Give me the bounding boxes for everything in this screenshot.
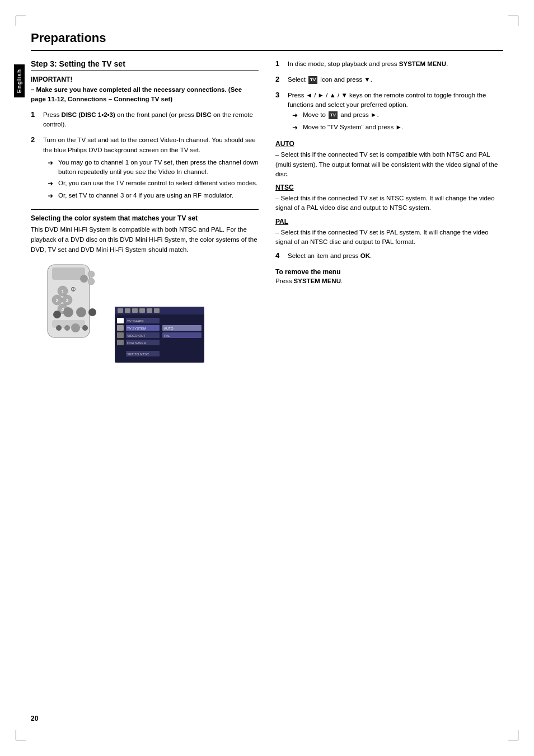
arrow-icon-2: ➜ xyxy=(48,179,55,189)
step-1-text: Press DISC (DISC 1•2•3) on the front pan… xyxy=(43,110,259,130)
svg-point-13 xyxy=(53,311,61,318)
svg-rect-26 xyxy=(125,308,130,313)
corner-tr xyxy=(508,16,518,26)
step-2-text: Turn on the TV set and set to the correc… xyxy=(43,135,259,203)
svg-text:TV SYSTEM: TV SYSTEM xyxy=(127,327,146,330)
tv-icon-2: TV xyxy=(329,111,338,119)
r-arrow-icon-1: ➜ xyxy=(292,110,300,121)
svg-rect-34 xyxy=(117,340,124,345)
svg-text:VIDEO OUT: VIDEO OUT xyxy=(127,334,146,337)
remove-menu-text: Press SYSTEM MENU. xyxy=(275,278,503,284)
sub-section-text: This DVD Mini Hi-Fi System is compatible… xyxy=(31,225,259,255)
svg-rect-30 xyxy=(154,308,160,313)
svg-text:PAL: PAL xyxy=(164,334,171,337)
r-step-3-text: Press ◄ / ► / ▲ / ▼ keys on the remote c… xyxy=(288,91,503,135)
svg-text:SET TO NTSC: SET TO NTSC xyxy=(127,353,149,356)
r-step-3-arrow-1: ➜ Move to TV and press ►. xyxy=(292,110,503,121)
r-step-3-num: 3 xyxy=(275,91,285,99)
svg-rect-32 xyxy=(117,325,124,331)
corner-br xyxy=(508,730,518,740)
step-2-arrow-1: ➜ You may go to channel 1 on your TV set… xyxy=(48,158,259,177)
remote-control-image: 1 2 3 4 xyxy=(31,262,109,373)
step-1-num: 1 xyxy=(31,110,41,119)
svg-point-10 xyxy=(80,275,88,283)
auto-heading: AUTO xyxy=(275,140,503,148)
important-text: – Make sure you have completed all the n… xyxy=(31,85,259,105)
screen-display: TV SHAPE TV SYSTEM VIDEO OUT DDA SAVER S… xyxy=(115,284,259,373)
svg-point-12 xyxy=(88,278,95,285)
svg-point-11 xyxy=(88,271,95,278)
ntsc-heading: NTSC xyxy=(275,184,503,191)
section-divider xyxy=(31,209,259,210)
svg-text:TV SHAPE: TV SHAPE xyxy=(127,320,144,323)
svg-point-14 xyxy=(63,307,73,317)
svg-point-21 xyxy=(82,325,88,331)
remove-menu-heading: To remove the menu xyxy=(275,268,503,276)
svg-text:1: 1 xyxy=(61,289,64,294)
svg-point-19 xyxy=(64,325,70,331)
svg-text:DDA SAVER: DDA SAVER xyxy=(127,341,147,345)
svg-point-15 xyxy=(76,307,86,317)
svg-text:3: 3 xyxy=(65,298,68,303)
ntsc-text: – Select this if the connected TV set is… xyxy=(275,194,503,213)
remote-image-area: 1 2 3 4 xyxy=(31,262,259,373)
r-arrow-icon-2: ➜ xyxy=(292,123,300,133)
r-step-3: 3 Press ◄ / ► / ▲ / ▼ keys on the remote… xyxy=(275,91,503,135)
page-title: Preparations xyxy=(31,31,503,51)
svg-rect-33 xyxy=(117,332,124,338)
r-step-4: 4 Select an item and press OK. xyxy=(275,251,503,261)
step-2-num: 2 xyxy=(31,135,41,144)
arrow-icon-3: ➜ xyxy=(48,191,55,201)
pal-heading: PAL xyxy=(275,218,503,226)
left-column: Step 3: Setting the TV set IMPORTANT! – … xyxy=(31,59,259,373)
step-2-arrow-2: ➜ Or, you can use the TV remote control … xyxy=(48,179,259,189)
english-tab: English xyxy=(14,64,25,97)
svg-rect-28 xyxy=(139,308,145,313)
r-step-4-num: 4 xyxy=(275,251,285,260)
arrow-icon-1: ➜ xyxy=(48,158,55,168)
two-column-layout: Step 3: Setting the TV set IMPORTANT! – … xyxy=(31,59,503,373)
step-1: 1 Press DISC (DISC 1•2•3) on the front p… xyxy=(31,110,259,130)
r-step-2-num: 2 xyxy=(275,75,285,83)
right-column: 1 In disc mode, stop playback and press … xyxy=(275,59,503,373)
page-number: 20 xyxy=(31,715,38,722)
svg-rect-29 xyxy=(147,308,152,313)
svg-rect-27 xyxy=(132,308,138,313)
auto-text: – Select this if the connected TV set is… xyxy=(275,150,503,179)
svg-rect-31 xyxy=(117,318,124,323)
important-label: IMPORTANT! xyxy=(31,76,259,83)
r-step-2-text: Select TV icon and press ▼. xyxy=(288,75,372,85)
r-step-4-text: Select an item and press OK. xyxy=(288,251,372,261)
svg-rect-25 xyxy=(118,308,123,313)
svg-point-20 xyxy=(71,323,80,332)
svg-text:➀: ➀ xyxy=(71,287,76,292)
svg-text:2: 2 xyxy=(55,298,58,303)
svg-text:AUTO: AUTO xyxy=(164,327,174,330)
svg-point-16 xyxy=(88,308,96,316)
step-2: 2 Turn on the TV set and set to the corr… xyxy=(31,135,259,203)
r-step-3-arrow-2: ➜ Move to "TV System" and press ►. xyxy=(292,123,503,133)
r-step-1-text: In disc mode, stop playback and press SY… xyxy=(288,59,448,69)
tv-icon: TV xyxy=(308,76,317,84)
step-heading: Step 3: Setting the TV set xyxy=(31,59,259,71)
corner-bl xyxy=(16,730,26,740)
corner-tl xyxy=(16,16,26,26)
r-step-1: 1 In disc mode, stop playback and press … xyxy=(275,59,503,69)
page-container: Preparations English Step 3: Setting the… xyxy=(0,0,534,756)
pal-text: – Select this if the connected TV set is… xyxy=(275,228,503,247)
svg-point-18 xyxy=(56,325,62,331)
main-content: Preparations English Step 3: Setting the… xyxy=(31,31,503,725)
sub-section-heading: Selecting the color system that matches … xyxy=(31,214,259,222)
r-step-1-num: 1 xyxy=(275,59,285,68)
remove-menu-section: To remove the menu Press SYSTEM MENU. xyxy=(275,268,503,284)
r-step-2: 2 Select TV icon and press ▼. xyxy=(275,75,503,85)
step-2-arrow-3: ➜ Or, set TV to channel 3 or 4 if you ar… xyxy=(48,191,259,201)
